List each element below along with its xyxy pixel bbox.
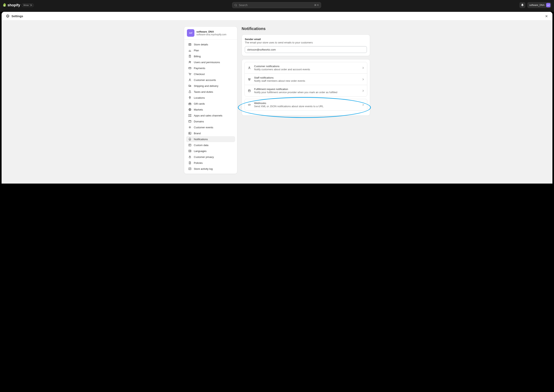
sidebar-item-privacy[interactable]: Customer privacy: [186, 154, 235, 160]
brand-icon: [188, 132, 192, 135]
row-description: Notify your fulfillment service provider…: [254, 91, 359, 94]
sidebar-item-gift[interactable]: Gift cards: [186, 101, 235, 107]
sidebar-item-store-details[interactable]: Store details: [186, 42, 235, 47]
row-fulfillment[interactable]: Fulfillment request notificationNotify y…: [245, 85, 367, 96]
sidebar-item-checkout[interactable]: Checkout: [186, 71, 235, 77]
sidebar-item-label: Custom data: [194, 144, 209, 147]
sidebar-item-markets[interactable]: Markets: [186, 107, 235, 112]
box-icon: [247, 89, 251, 93]
sidebar-item-label: Markets: [194, 108, 203, 111]
sidebar-item-policies[interactable]: Policies: [186, 160, 235, 166]
users-icon: [188, 60, 192, 64]
sidebar-item-plan[interactable]: Plan: [186, 47, 235, 53]
row-description: Notify customers about order and account…: [254, 68, 359, 71]
lock-icon: [188, 155, 192, 159]
truck-icon: [188, 84, 192, 88]
row-title: Webhooks: [254, 102, 359, 105]
person-icon: [247, 66, 251, 70]
store-name: software_DNA: [196, 30, 226, 33]
gift-icon: [188, 102, 192, 105]
row-webhooks[interactable]: WebhooksSend XML or JSON notifications a…: [245, 99, 367, 110]
sidebar-item-label: Checkout: [194, 73, 205, 76]
sack-icon: [188, 90, 192, 94]
row-staff[interactable]: Staff notificationsNotify staff members …: [245, 74, 367, 85]
sender-email-input[interactable]: [245, 46, 367, 53]
sidebar-item-label: Taxes and duties: [194, 91, 213, 93]
store-icon: [188, 43, 192, 46]
row-title: Staff notifications: [254, 76, 359, 79]
svg-rect-4: [189, 67, 191, 69]
search-icon: [234, 4, 237, 7]
winter-badge[interactable]: Winter '24: [22, 4, 34, 7]
search-placeholder: Search: [239, 4, 248, 7]
sidebar-item-label: Users and permissions: [194, 61, 220, 64]
data-icon: [188, 143, 192, 147]
sidebar-item-payments[interactable]: Payments: [186, 65, 235, 71]
sidebar-item-locations[interactable]: Locations: [186, 95, 235, 101]
close-button[interactable]: [544, 14, 549, 19]
row-title: Fulfillment request notification: [254, 88, 359, 91]
user-menu[interactable]: software_DNA sof: [527, 2, 551, 8]
row-description: Notify staff members about new order eve…: [254, 79, 359, 82]
sidebar-item-label: Store activity log: [194, 167, 213, 170]
settings-modal: Settings sof software_DNA software-dna.m…: [2, 12, 552, 183]
globe-icon: [188, 108, 192, 111]
sidebar-item-label: Customer privacy: [194, 155, 214, 159]
sidebar-item-domains[interactable]: Domains: [186, 119, 235, 124]
sidebar-item-label: Billing: [194, 55, 201, 58]
svg-point-25: [250, 78, 250, 79]
sidebar-item-events[interactable]: Customer events: [186, 124, 235, 130]
settings-sidebar: sof software_DNA software-dna.myshopify.…: [184, 27, 237, 174]
svg-point-7: [189, 79, 190, 80]
notifications-list-card: Customer notificationsNotify customers a…: [242, 59, 370, 116]
sender-email-card: Sender email The email your store uses t…: [242, 35, 370, 56]
sidebar-item-brand[interactable]: Brand: [186, 130, 235, 136]
svg-rect-27: [248, 90, 250, 92]
activity-icon: [188, 167, 192, 171]
sidebar-item-label: Brand: [194, 132, 201, 135]
apps-icon: [188, 114, 192, 117]
sidebar-item-label: Apps and sales channels: [194, 114, 223, 117]
chevron-right-icon: [362, 104, 364, 106]
notifications-button[interactable]: [519, 2, 525, 8]
brand-text: shopify: [7, 3, 20, 7]
svg-point-2: [189, 61, 190, 62]
modal-header: Settings: [2, 12, 552, 21]
page-title: Notifications: [242, 27, 370, 31]
cart-icon: [188, 72, 192, 76]
svg-point-3: [190, 61, 191, 62]
pin-icon: [188, 96, 192, 99]
lang-icon: [188, 149, 192, 153]
sidebar-item-label: Gift cards: [194, 102, 205, 105]
search-input[interactable]: Search ⌘ K: [232, 2, 321, 8]
list-group: WebhooksSend XML or JSON notifications a…: [245, 99, 367, 111]
bell-icon: [188, 137, 192, 141]
burst-icon: [188, 126, 192, 129]
sidebar-item-shipping[interactable]: Shipping and delivery: [186, 83, 235, 89]
code-icon: [247, 103, 251, 107]
sidebar-item-custom[interactable]: Custom data: [186, 142, 235, 148]
svg-rect-14: [190, 116, 191, 117]
sidebar-item-users[interactable]: Users and permissions: [186, 59, 235, 65]
svg-point-8: [190, 97, 190, 98]
sidebar-item-customer-accounts[interactable]: Customer accounts: [186, 77, 235, 83]
svg-point-18: [189, 133, 190, 133]
row-customer[interactable]: Customer notificationsNotify customers a…: [245, 62, 367, 74]
svg-point-5: [189, 75, 190, 75]
sidebar-item-notifications[interactable]: Notifications: [186, 136, 235, 142]
sidebar-item-languages[interactable]: Languages: [186, 148, 235, 154]
sidebar-item-billing[interactable]: Billing: [186, 53, 235, 59]
sidebar-item-label: Domains: [194, 120, 204, 123]
sidebar-item-apps[interactable]: Apps and sales channels: [186, 112, 235, 119]
store-header[interactable]: sof software_DNA software-dna.myshopify.…: [184, 27, 237, 40]
shopify-logo[interactable]: shopify: [3, 3, 20, 7]
sidebar-item-activity[interactable]: Store activity log: [186, 166, 235, 172]
chart-icon: [188, 49, 192, 52]
sidebar-item-label: Customer accounts: [194, 78, 216, 82]
sender-email-description: The email your store uses to send emails…: [245, 41, 367, 44]
sidebar-item-taxes[interactable]: Taxes and duties: [186, 89, 235, 95]
svg-point-0: [235, 4, 237, 6]
people-icon: [247, 77, 251, 81]
settings-content: Notifications Sender email The email you…: [242, 27, 370, 174]
sidebar-item-label: Languages: [194, 150, 207, 153]
